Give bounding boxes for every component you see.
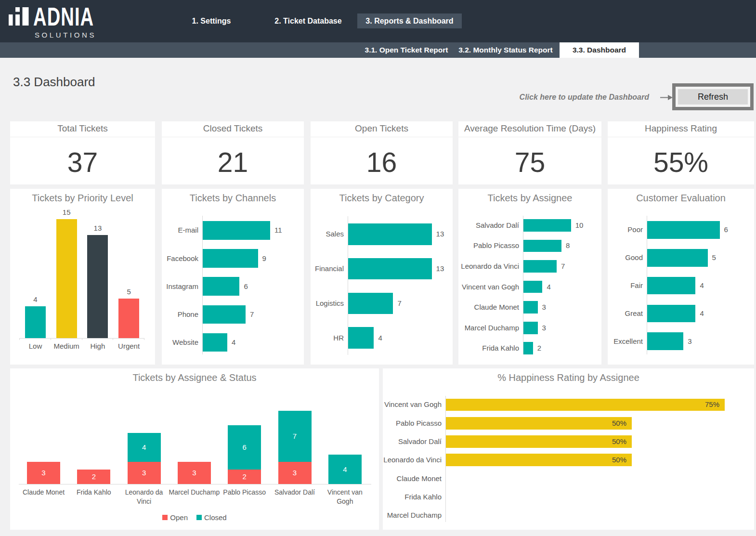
axis-tick (82, 338, 82, 340)
value-label: 4 (232, 338, 235, 346)
chart-title: Customer Evaluation (608, 193, 754, 204)
kpi-card-open-tickets: Open Tickets 16 (311, 121, 453, 184)
category-label: Good (608, 253, 643, 261)
chart-legend: OpenClosed (10, 513, 379, 522)
kpi-label: Open Tickets (311, 121, 453, 137)
value-label: 3 (542, 324, 546, 332)
category-label: Pablo Picasso (458, 241, 519, 249)
value-label: 10 (575, 221, 584, 229)
chart-tickets-by-category: Tickets by Category Sales13Financial13Lo… (311, 189, 453, 365)
segment-label: 6 (228, 443, 261, 451)
refresh-button-label: Refresh (678, 89, 748, 105)
category-label: Sales (311, 230, 344, 238)
column-bar (56, 219, 77, 338)
nav-ticket-database[interactable]: 2. Ticket Database (258, 13, 358, 28)
segment-label: 4 (328, 465, 362, 473)
category-label: Claude Monet (458, 303, 519, 311)
category-label: Instagram (162, 282, 198, 290)
category-label: Leonardo daVinci (115, 488, 173, 506)
value-label: 5 (712, 253, 716, 261)
chart-title: Tickets by Priority Level (10, 193, 155, 204)
value-label: 4 (547, 283, 550, 291)
h-bar (348, 258, 432, 280)
column-bar (118, 299, 139, 338)
category-label: Salvador Dalí (383, 437, 442, 445)
value-label: 75% (446, 400, 719, 408)
category-label: Leonardo da Vinci (458, 262, 519, 270)
category-label: Marcel Duchamp (383, 511, 442, 519)
kpi-card-closed-tickets: Closed Tickets 21 (162, 121, 304, 184)
h-bar (523, 281, 542, 293)
value-label: 9 (262, 254, 266, 262)
chart-tickets-by-channels: Tickets by Channels E-mail11Facebook9Ins… (162, 189, 304, 365)
h-bar (647, 277, 695, 295)
category-label: Urgent (104, 342, 154, 350)
chart-title: % Happiness Rating by Assignee (383, 372, 754, 383)
x-axis-line (19, 484, 371, 484)
category-label: E-mail (162, 226, 198, 234)
kpi-value: 75 (458, 149, 601, 176)
segment-label: 2 (228, 472, 261, 481)
category-label: Leonardo da Vinci (383, 456, 442, 464)
chart-tickets-by-assignee: Tickets by Assignee Salvador Dalí10Pablo… (458, 189, 601, 365)
refresh-hint: Click here to update the Dashboard (520, 93, 649, 102)
h-bar (203, 249, 258, 268)
report-subnav: 3.1. Open Ticket Report 3.2. Monthly Sta… (0, 42, 756, 58)
segment-label: 3 (27, 469, 60, 477)
h-bar (348, 327, 374, 349)
chart-title: Tickets by Channels (162, 193, 304, 204)
tab-monthly-status-report[interactable]: 3.2. Monthly Status Report (456, 42, 556, 58)
chart-tickets-by-assignee-status: Tickets by Assignee & Status 3Claude Mon… (10, 368, 379, 530)
segment-label: 3 (178, 469, 211, 477)
value-label: 6 (244, 282, 248, 290)
kpi-value: 55% (608, 149, 754, 176)
legend-label: Closed (204, 513, 227, 522)
tab-dashboard[interactable]: 3.3. Dashboard (560, 42, 639, 58)
category-label: Excellent (608, 337, 643, 345)
axis-tick (19, 338, 20, 340)
segment-label: 3 (128, 469, 161, 477)
h-bar (523, 260, 557, 273)
nav-settings[interactable]: 1. Settings (175, 13, 248, 28)
axis-tick (144, 338, 144, 340)
h-bar (647, 305, 695, 323)
brand-subtitle: SOLUTIONS (35, 31, 96, 39)
chart-customer-evaluation: Customer Evaluation Poor6Good5Fair4Great… (608, 189, 754, 365)
legend-label: Open (170, 513, 188, 522)
category-label: Financial (311, 264, 344, 273)
category-label: Pablo Picasso (383, 419, 442, 427)
category-label: Logistics (311, 299, 344, 307)
category-label: Frida Kahlo (65, 488, 123, 497)
value-label: 4 (15, 295, 55, 303)
legend-swatch (196, 515, 202, 520)
brand-name: ADNIA (33, 5, 94, 29)
h-bar (203, 221, 270, 240)
kpi-label: Total Tickets (10, 121, 155, 137)
kpi-label: Average Resolution Time (Days) (458, 121, 601, 137)
nav-reports-dashboard[interactable]: 3. Reports & Dashboard (357, 13, 462, 28)
chart-title: Tickets by Assignee (458, 193, 601, 204)
value-label: 7 (250, 310, 254, 318)
kpi-card-total-tickets: Total Tickets 37 (10, 121, 155, 184)
category-label: Marcel Duchamp (165, 488, 223, 497)
h-bar (523, 240, 561, 252)
value-label: 13 (78, 224, 117, 232)
category-label: Facebook (162, 254, 198, 262)
value-label: 4 (378, 334, 382, 342)
value-label: 13 (436, 264, 444, 273)
h-bar (203, 333, 227, 352)
category-label: Phone (162, 310, 198, 318)
h-bar (203, 305, 246, 324)
tab-open-ticket-report[interactable]: 3.1. Open Ticket Report (362, 42, 451, 58)
value-label: 15 (47, 208, 87, 216)
value-label: 4 (700, 309, 704, 317)
chart-title: Tickets by Category (311, 193, 453, 204)
value-label: 7 (397, 299, 401, 307)
h-bar (523, 322, 538, 334)
h-bar (348, 293, 393, 314)
refresh-button[interactable]: Refresh (672, 83, 754, 110)
category-label: Frida Kahlo (383, 493, 442, 501)
value-label: 50% (446, 419, 626, 427)
value-label: 3 (688, 337, 691, 345)
value-label: 50% (446, 437, 626, 445)
